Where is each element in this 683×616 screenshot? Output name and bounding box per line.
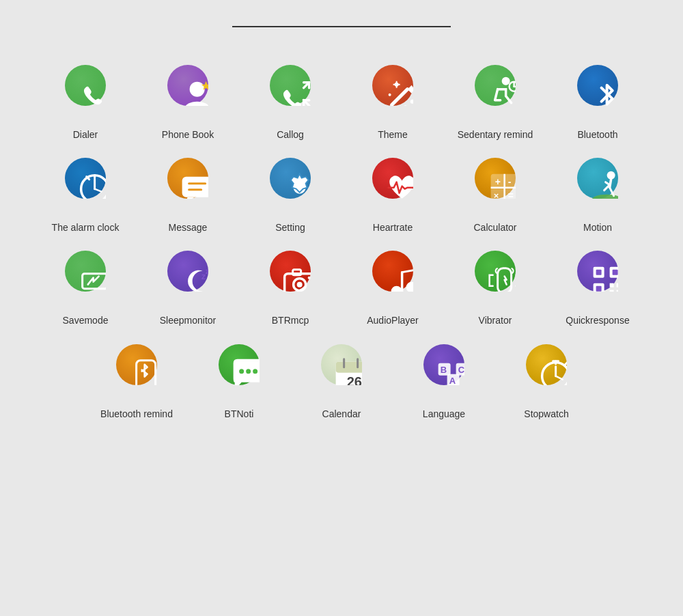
svg-rect-79	[613, 270, 618, 275]
app-item-language[interactable]: B C A Language	[396, 327, 492, 420]
svg-point-55	[65, 251, 106, 292]
svg-text:+: +	[495, 176, 501, 187]
icon-dialer	[48, 48, 123, 123]
svg-point-64	[297, 282, 303, 288]
svg-text:z: z	[206, 267, 208, 275]
app-item-vibrator[interactable]: Vibrator	[447, 234, 543, 326]
svg-text:-: -	[508, 176, 512, 187]
svg-line-51	[610, 180, 611, 188]
icon-audioplayer	[355, 234, 430, 309]
label-sleepmonitor: Sleepmonitor	[160, 314, 217, 326]
app-item-btnoti[interactable]: BTNoti	[191, 327, 287, 420]
icon-btnoti	[201, 327, 277, 402]
svg-point-16	[404, 105, 407, 106]
label-message: Message	[169, 221, 208, 234]
app-item-setting[interactable]: Setting	[242, 141, 338, 234]
label-bluetooth: Bluetooth	[577, 128, 617, 141]
svg-point-13	[410, 100, 413, 104]
app-item-alarm[interactable]: The alarm clock	[38, 141, 133, 234]
app-item-bluetooth[interactable]: Bluetooth	[550, 48, 645, 141]
label-audioplayer: AudioPlayer	[367, 314, 419, 326]
icon-btrmcp	[253, 234, 328, 309]
svg-point-14	[389, 94, 391, 96]
app-item-calculator[interactable]: + - × = Calculator	[447, 141, 543, 234]
app-item-sedentary[interactable]: Sedentary remind	[447, 48, 543, 141]
icon-phonebook	[150, 48, 225, 123]
label-phonebook: Phone Book	[162, 128, 214, 141]
icon-stopwatch	[509, 327, 584, 402]
app-item-quickresponse[interactable]: Quickresponse	[550, 234, 645, 326]
icon-quickresponse	[560, 234, 635, 309]
svg-point-9	[372, 65, 413, 106]
label-language: Language	[423, 408, 465, 420]
icon-bluetooth	[560, 48, 635, 123]
svg-text:A: A	[449, 375, 456, 384]
icon-callog	[253, 48, 328, 123]
app-item-phonebook[interactable]: Phone Book	[140, 48, 236, 141]
label-btremind: Bluetooth remind	[100, 408, 173, 420]
svg-rect-77	[596, 270, 602, 275]
label-heartrate: Heartrate	[373, 221, 413, 234]
icon-language: B C A	[406, 327, 482, 402]
app-item-sleepmonitor[interactable]: z z Sleepmonitor	[140, 234, 236, 326]
svg-point-3	[190, 82, 205, 97]
svg-point-50	[607, 171, 615, 180]
svg-rect-81	[596, 286, 602, 292]
icon-theme	[355, 48, 430, 123]
app-row-2: The alarm clock Message	[38, 141, 645, 234]
icon-vibrator	[458, 234, 533, 309]
icon-message	[150, 141, 225, 216]
icon-sleepmonitor: z z	[150, 234, 225, 309]
svg-text:=: =	[508, 190, 514, 199]
app-item-message[interactable]: Message	[140, 141, 236, 234]
icon-btremind	[99, 327, 174, 402]
app-row-3: Savemode z z Sleepmonitor	[38, 234, 645, 326]
app-item-btremind[interactable]: Bluetooth remind	[89, 327, 184, 420]
icon-alarm	[48, 141, 123, 216]
label-sedentary: Sedentary remind	[458, 128, 533, 141]
svg-point-91	[246, 369, 251, 374]
label-motion: Motion	[583, 221, 612, 234]
icon-motion	[560, 141, 635, 216]
app-row-4: Bluetooth remind BTNoti	[38, 327, 645, 420]
svg-rect-32	[182, 177, 208, 197]
label-setting: Setting	[275, 221, 305, 234]
app-item-savemode[interactable]: Savemode	[38, 234, 133, 326]
label-savemode: Savemode	[63, 314, 109, 326]
app-item-audioplayer[interactable]: AudioPlayer	[345, 234, 441, 326]
label-alarm: The alarm clock	[52, 221, 120, 234]
app-row-1: Dialer Phone Book	[38, 48, 645, 141]
label-quickresponse: Quickresponse	[566, 314, 629, 326]
svg-point-90	[239, 369, 244, 374]
label-btnoti: BTNoti	[225, 408, 254, 420]
label-stopwatch: Stopwatch	[524, 408, 568, 420]
app-item-calendar[interactable]: 26 Calendar	[294, 327, 389, 420]
label-calculator: Calculator	[473, 221, 516, 234]
label-calendar: Calendar	[322, 408, 361, 420]
svg-text:26: 26	[347, 374, 362, 384]
svg-rect-82	[610, 283, 614, 288]
label-callog: Callog	[277, 128, 304, 141]
label-dialer: Dialer	[73, 128, 98, 141]
app-item-motion[interactable]: Motion	[550, 141, 645, 234]
title-divider	[232, 26, 451, 27]
svg-rect-83	[617, 283, 618, 288]
app-item-btrmcp[interactable]: BTRmcp	[242, 234, 338, 326]
icon-calendar: 26	[304, 327, 379, 402]
app-item-dialer[interactable]: Dialer	[38, 48, 133, 141]
svg-rect-85	[617, 290, 618, 292]
icon-setting	[253, 141, 328, 216]
svg-point-92	[253, 369, 257, 374]
svg-text:C: C	[458, 364, 464, 374]
icon-calculator: + - × =	[458, 141, 533, 216]
app-item-stopwatch[interactable]: Stopwatch	[499, 327, 594, 420]
app-item-heartrate[interactable]: Heartrate	[345, 141, 441, 234]
svg-rect-84	[610, 290, 614, 292]
app-grid: Dialer Phone Book	[38, 48, 645, 420]
app-item-callog[interactable]: Callog	[242, 48, 338, 141]
svg-text:×: ×	[494, 191, 499, 199]
icon-sedentary	[458, 48, 533, 123]
svg-point-66	[308, 277, 311, 279]
label-theme: Theme	[378, 128, 408, 141]
app-item-theme[interactable]: Theme	[345, 48, 441, 141]
